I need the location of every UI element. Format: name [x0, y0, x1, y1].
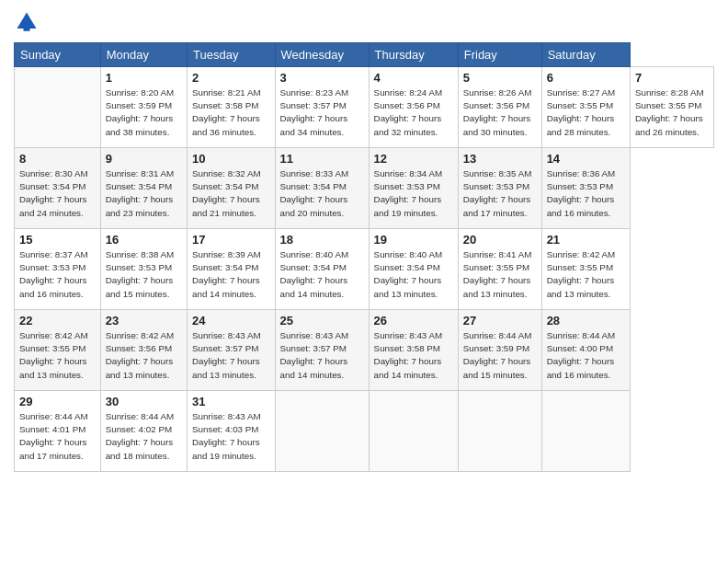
day-number: 16: [106, 233, 182, 247]
table-row: 6Sunrise: 8:27 AMSunset: 3:55 PMDaylight…: [541, 67, 630, 148]
daylight-label: Daylight: 7 hours and 36 minutes.: [192, 113, 260, 136]
table-row: 23Sunrise: 8:42 AMSunset: 3:56 PMDayligh…: [100, 310, 187, 391]
sunset-label: Sunset: 3:54 PM: [280, 262, 347, 272]
sunrise-label: Sunrise: 8:31 AM: [106, 168, 175, 178]
day-number: 31: [192, 395, 269, 408]
table-row: [541, 391, 630, 472]
table-row: 13Sunrise: 8:35 AMSunset: 3:53 PMDayligh…: [458, 148, 541, 229]
sunrise-label: Sunrise: 8:43 AM: [192, 330, 261, 340]
day-info: Sunrise: 8:26 AMSunset: 3:56 PMDaylight:…: [463, 86, 537, 139]
day-number: 26: [374, 314, 453, 327]
day-number: 18: [280, 233, 364, 247]
day-number: 25: [280, 314, 364, 327]
sunrise-label: Sunrise: 8:43 AM: [374, 330, 443, 340]
col-wednesday: Wednesday: [275, 43, 369, 67]
day-info: Sunrise: 8:43 AMSunset: 3:58 PMDaylight:…: [374, 329, 453, 382]
day-info: Sunrise: 8:36 AMSunset: 3:53 PMDaylight:…: [547, 167, 625, 220]
col-friday: Friday: [458, 43, 541, 67]
daylight-label: Daylight: 7 hours and 14 minutes.: [280, 356, 348, 379]
daylight-label: Daylight: 7 hours and 21 minutes.: [192, 194, 260, 217]
table-row: 18Sunrise: 8:40 AMSunset: 3:54 PMDayligh…: [275, 229, 369, 310]
sunset-label: Sunset: 3:55 PM: [19, 343, 85, 353]
day-number: 17: [192, 233, 269, 247]
table-row: 30Sunrise: 8:44 AMSunset: 4:02 PMDayligh…: [100, 391, 187, 472]
logo: [14, 9, 43, 35]
day-info: Sunrise: 8:43 AMSunset: 3:57 PMDaylight:…: [280, 329, 364, 382]
day-info: Sunrise: 8:44 AMSunset: 4:00 PMDaylight:…: [547, 329, 625, 382]
sunrise-label: Sunrise: 8:36 AM: [547, 168, 616, 178]
day-info: Sunrise: 8:41 AMSunset: 3:55 PMDaylight:…: [463, 248, 537, 301]
day-info: Sunrise: 8:27 AMSunset: 3:55 PMDaylight:…: [547, 86, 625, 139]
table-row: 25Sunrise: 8:43 AMSunset: 3:57 PMDayligh…: [275, 310, 369, 391]
sunset-label: Sunset: 4:01 PM: [19, 424, 85, 434]
calendar-week-3: 15Sunrise: 8:37 AMSunset: 3:53 PMDayligh…: [15, 229, 714, 310]
sunrise-label: Sunrise: 8:38 AM: [106, 249, 175, 259]
sunset-label: Sunset: 3:55 PM: [547, 262, 613, 272]
calendar-header-row: Sunday Monday Tuesday Wednesday Thursday…: [15, 43, 714, 67]
day-info: Sunrise: 8:21 AMSunset: 3:58 PMDaylight:…: [192, 86, 269, 139]
sunrise-label: Sunrise: 8:43 AM: [192, 411, 261, 421]
day-number: 21: [547, 233, 625, 247]
day-number: 8: [19, 152, 96, 166]
svg-marker-0: [17, 13, 37, 29]
table-row: 29Sunrise: 8:44 AMSunset: 4:01 PMDayligh…: [15, 391, 101, 472]
day-info: Sunrise: 8:23 AMSunset: 3:57 PMDaylight:…: [280, 86, 364, 139]
table-row: [275, 391, 369, 472]
sunrise-label: Sunrise: 8:28 AM: [635, 87, 704, 98]
sunrise-label: Sunrise: 8:37 AM: [19, 249, 88, 259]
calendar-table: Sunday Monday Tuesday Wednesday Thursday…: [14, 42, 714, 472]
sunset-label: Sunset: 3:55 PM: [547, 100, 613, 110]
sunrise-label: Sunrise: 8:21 AM: [192, 87, 261, 98]
daylight-label: Daylight: 7 hours and 26 minutes.: [635, 113, 703, 136]
table-row: 5Sunrise: 8:26 AMSunset: 3:56 PMDaylight…: [458, 67, 541, 148]
sunrise-label: Sunrise: 8:42 AM: [106, 330, 175, 340]
sunset-label: Sunset: 4:02 PM: [106, 424, 172, 434]
day-number: 11: [280, 152, 364, 166]
sunset-label: Sunset: 3:54 PM: [192, 262, 258, 272]
sunset-label: Sunset: 3:53 PM: [547, 181, 613, 191]
sunrise-label: Sunrise: 8:42 AM: [547, 249, 616, 259]
sunset-label: Sunset: 3:56 PM: [106, 343, 172, 353]
sunrise-label: Sunrise: 8:34 AM: [374, 168, 443, 178]
sunrise-label: Sunrise: 8:44 AM: [106, 411, 175, 421]
col-saturday: Saturday: [541, 43, 630, 67]
sunrise-label: Sunrise: 8:44 AM: [463, 330, 532, 340]
sunset-label: Sunset: 4:03 PM: [192, 424, 258, 434]
day-info: Sunrise: 8:30 AMSunset: 3:54 PMDaylight:…: [19, 167, 96, 220]
day-number: 5: [463, 71, 537, 85]
table-row: 19Sunrise: 8:40 AMSunset: 3:54 PMDayligh…: [369, 229, 458, 310]
sunset-label: Sunset: 3:58 PM: [192, 100, 258, 110]
table-row: 27Sunrise: 8:44 AMSunset: 3:59 PMDayligh…: [458, 310, 541, 391]
daylight-label: Daylight: 7 hours and 15 minutes.: [106, 275, 174, 298]
sunset-label: Sunset: 3:57 PM: [192, 343, 258, 353]
sunrise-label: Sunrise: 8:33 AM: [280, 168, 349, 178]
sunset-label: Sunset: 3:57 PM: [280, 100, 347, 110]
sunset-label: Sunset: 3:54 PM: [280, 181, 347, 191]
col-thursday: Thursday: [369, 43, 458, 67]
day-number: 23: [106, 314, 182, 327]
table-row: 3Sunrise: 8:23 AMSunset: 3:57 PMDaylight…: [275, 67, 369, 148]
table-row: 24Sunrise: 8:43 AMSunset: 3:57 PMDayligh…: [188, 310, 275, 391]
table-row: 8Sunrise: 8:30 AMSunset: 3:54 PMDaylight…: [15, 148, 101, 229]
day-info: Sunrise: 8:43 AMSunset: 4:03 PMDaylight:…: [192, 410, 269, 463]
calendar-week-2: 8Sunrise: 8:30 AMSunset: 3:54 PMDaylight…: [15, 148, 714, 229]
daylight-label: Daylight: 7 hours and 13 minutes.: [463, 275, 531, 298]
table-row: 2Sunrise: 8:21 AMSunset: 3:58 PMDaylight…: [188, 67, 275, 148]
day-info: Sunrise: 8:42 AMSunset: 3:55 PMDaylight:…: [547, 248, 625, 301]
daylight-label: Daylight: 7 hours and 32 minutes.: [374, 113, 442, 136]
sunset-label: Sunset: 3:59 PM: [463, 343, 529, 353]
day-info: Sunrise: 8:33 AMSunset: 3:54 PMDaylight:…: [280, 167, 364, 220]
sunset-label: Sunset: 3:55 PM: [635, 100, 701, 110]
day-info: Sunrise: 8:43 AMSunset: 3:57 PMDaylight:…: [192, 329, 269, 382]
daylight-label: Daylight: 7 hours and 18 minutes.: [106, 437, 174, 460]
sunrise-label: Sunrise: 8:24 AM: [374, 87, 443, 98]
daylight-label: Daylight: 7 hours and 13 minutes.: [374, 275, 442, 298]
day-number: 30: [106, 395, 182, 408]
sunrise-label: Sunrise: 8:32 AM: [192, 168, 261, 178]
day-number: 19: [374, 233, 453, 247]
table-row: 12Sunrise: 8:34 AMSunset: 3:53 PMDayligh…: [369, 148, 458, 229]
table-row: 1Sunrise: 8:20 AMSunset: 3:59 PMDaylight…: [100, 67, 187, 148]
daylight-label: Daylight: 7 hours and 17 minutes.: [19, 437, 87, 460]
day-info: Sunrise: 8:31 AMSunset: 3:54 PMDaylight:…: [106, 167, 182, 220]
sunset-label: Sunset: 3:53 PM: [106, 262, 172, 272]
